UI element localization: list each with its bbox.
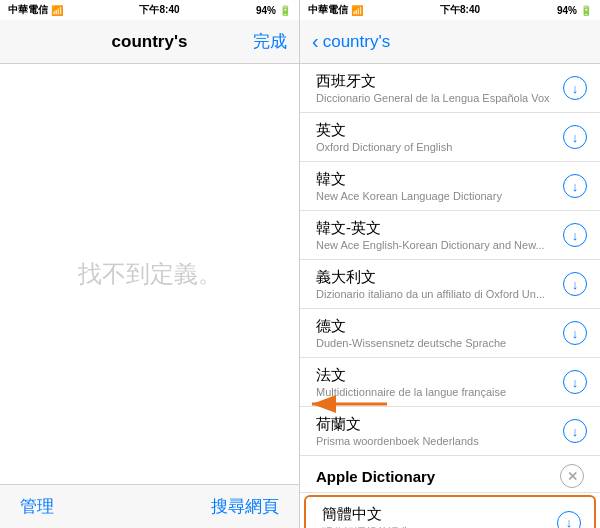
done-button[interactable]: 完成 <box>253 30 287 53</box>
section-title: Apple Dictionary <box>316 468 435 485</box>
dict-item-english[interactable]: 英文 Oxford Dictionary of English ↓ <box>300 113 600 162</box>
dict-item-text: 英文 Oxford Dictionary of English <box>316 121 562 153</box>
manage-button[interactable]: 管理 <box>20 495 54 518</box>
dict-item-text: 荷蘭文 Prisma woordenboek Nederlands <box>316 415 562 447</box>
battery-left: 94% <box>256 5 276 16</box>
dict-sub: Dizionario italiano da un affiliato di O… <box>316 288 562 300</box>
dict-name: 韓文-英文 <box>316 219 562 238</box>
dict-item-text: 法文 Multidictionnaire de la langue frança… <box>316 366 562 398</box>
dict-item-italian[interactable]: 義大利文 Dizionario italiano da un affiliato… <box>300 260 600 309</box>
status-left-right: 中華電信 📶 <box>308 3 363 17</box>
dict-sub: New Ace English-Korean Dictionary and Ne… <box>316 239 562 251</box>
dict-sub: Duden-Wissensnetz deutsche Sprache <box>316 337 562 349</box>
left-content: 找不到定義。 <box>0 64 299 484</box>
dict-name: 荷蘭文 <box>316 415 562 434</box>
status-left: 中華電信 📶 <box>8 3 63 17</box>
download-icon[interactable]: ↓ <box>562 320 588 346</box>
left-nav-bar: country's 完成 <box>0 20 299 64</box>
download-icon[interactable]: ↓ <box>562 222 588 248</box>
dict-item-text: 西班牙文 Diccionario General de la Lengua Es… <box>316 72 562 104</box>
download-icon[interactable]: ↓ <box>556 510 582 529</box>
download-icon[interactable]: ↓ <box>562 124 588 150</box>
status-right-left: 94% 🔋 <box>256 5 291 16</box>
dict-name: 德文 <box>316 317 562 336</box>
download-icon[interactable]: ↓ <box>562 369 588 395</box>
time-right: 下午8:40 <box>440 3 480 17</box>
download-icon[interactable]: ↓ <box>562 418 588 444</box>
dict-name: 義大利文 <box>316 268 562 287</box>
download-circle: ↓ <box>557 511 581 529</box>
dict-name: 英文 <box>316 121 562 140</box>
dict-item-dutch[interactable]: 荷蘭文 Prisma woordenboek Nederlands ↓ <box>300 407 600 456</box>
download-circle: ↓ <box>563 174 587 198</box>
battery-right: 94% <box>557 5 577 16</box>
status-right-right: 94% 🔋 <box>557 5 592 16</box>
dict-item-korean[interactable]: 韓文 New Ace Korean Language Dictionary ↓ <box>300 162 600 211</box>
dict-item-text: 義大利文 Dizionario italiano da un affiliato… <box>316 268 562 300</box>
carrier-left: 中華電信 <box>8 3 48 17</box>
left-nav-title: country's <box>112 32 188 52</box>
dict-item-spanish[interactable]: 西班牙文 Diccionario General de la Lengua Es… <box>300 64 600 113</box>
dict-name: 西班牙文 <box>316 72 562 91</box>
carrier-right: 中華電信 <box>308 3 348 17</box>
dictionary-list: 西班牙文 Diccionario General de la Lengua Es… <box>300 64 600 528</box>
search-web-button[interactable]: 搜尋網頁 <box>211 495 279 518</box>
dict-sub: Prisma woordenboek Nederlands <box>316 435 562 447</box>
dict-item-text: 德文 Duden-Wissensnetz deutsche Sprache <box>316 317 562 349</box>
wifi-icon-right: 📶 <box>351 5 363 16</box>
dict-name: 簡體中文 <box>322 505 556 524</box>
back-arrow-icon[interactable]: ‹ <box>312 30 319 53</box>
left-panel: 中華電信 📶 下午8:40 94% 🔋 country's 完成 找不到定義。 … <box>0 0 300 528</box>
no-definition-text: 找不到定義。 <box>78 258 222 290</box>
dict-sub: Oxford Dictionary of English <box>316 141 562 153</box>
dict-item-korean-en[interactable]: 韓文-英文 New Ace English-Korean Dictionary … <box>300 211 600 260</box>
dict-item-text: 簡體中文 现代汉语规范词典 <box>322 505 556 528</box>
download-circle: ↓ <box>563 370 587 394</box>
wifi-icon-left: 📶 <box>51 5 63 16</box>
dict-item-text: 韓文 New Ace Korean Language Dictionary <box>316 170 562 202</box>
download-circle: ↓ <box>563 125 587 149</box>
dict-sub: New Ace Korean Language Dictionary <box>316 190 562 202</box>
download-circle: ↓ <box>563 321 587 345</box>
right-panel: 中華電信 📶 下午8:40 94% 🔋 ‹ country's 西班牙文 Dic… <box>300 0 600 528</box>
left-bottom-bar: 管理 搜尋網頁 <box>0 484 299 528</box>
dict-name: 法文 <box>316 366 562 385</box>
right-status-bar: 中華電信 📶 下午8:40 94% 🔋 <box>300 0 600 20</box>
download-circle: ↓ <box>563 223 587 247</box>
download-circle: ↓ <box>563 272 587 296</box>
download-icon[interactable]: ↓ <box>562 75 588 101</box>
right-nav-bar: ‹ country's <box>300 20 600 64</box>
highlighted-group: 簡體中文 现代汉语规范词典 ↓ 簡體中文-英文 Oxford Chinese D… <box>304 495 596 528</box>
delete-icon[interactable]: ✕ <box>560 464 584 488</box>
download-icon[interactable]: ↓ <box>562 173 588 199</box>
battery-icon-right: 🔋 <box>580 5 592 16</box>
dict-sub: Multidictionnaire de la langue française <box>316 386 562 398</box>
download-circle: ↓ <box>563 419 587 443</box>
apple-dictionary-section: Apple Dictionary ✕ <box>300 456 600 493</box>
time-left: 下午8:40 <box>139 3 179 17</box>
back-title[interactable]: country's <box>323 32 391 52</box>
dict-item-simplified-cn[interactable]: 簡體中文 现代汉语规范词典 ↓ <box>306 497 594 528</box>
dict-item-german[interactable]: 德文 Duden-Wissensnetz deutsche Sprache ↓ <box>300 309 600 358</box>
dict-name: 韓文 <box>316 170 562 189</box>
dict-item-text: 韓文-英文 New Ace English-Korean Dictionary … <box>316 219 562 251</box>
download-circle: ↓ <box>563 76 587 100</box>
dict-sub: Diccionario General de la Lengua Español… <box>316 92 562 104</box>
battery-icon-left: 🔋 <box>279 5 291 16</box>
dict-item-french[interactable]: 法文 Multidictionnaire de la langue frança… <box>300 358 600 407</box>
download-icon[interactable]: ↓ <box>562 271 588 297</box>
left-status-bar: 中華電信 📶 下午8:40 94% 🔋 <box>0 0 299 20</box>
